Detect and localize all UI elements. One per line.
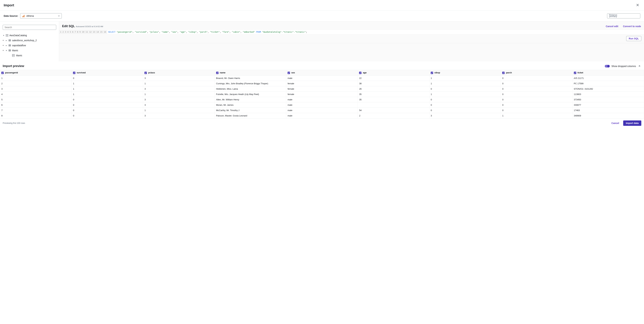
svg-rect-6: [6, 36, 7, 36]
table-cell: McCarthy, Mr. Timothy J: [214, 108, 286, 113]
column-checkbox[interactable]: [144, 72, 147, 74]
table-cell: 0: [501, 86, 572, 91]
column-checkbox[interactable]: [73, 72, 75, 74]
sql-editor[interactable]: 1 2 3 4 5 6 7 8 9 10 11 12 13 14 15 16 S…: [59, 30, 644, 34]
table-cell: Futrelle, Mrs. Jacques Heath (Lily May P…: [214, 91, 286, 97]
chevron-right-icon: ▸: [5, 44, 8, 47]
table-cell: 330877: [572, 102, 644, 108]
svg-rect-0: [22, 16, 23, 17]
tree-root[interactable]: ▾ AwsDataCatalog: [3, 33, 56, 38]
table-cell: 0: [72, 113, 143, 118]
table-row: 701McCarthy, Mr. Timothy Jmale540017463: [0, 108, 644, 113]
search-box[interactable]: [3, 25, 56, 30]
line-gutter: 1 2 3 4 5 6 7 8 9 10 11 12 13 14 15 16: [59, 30, 107, 34]
table-cell: STON/O2. 3101282: [572, 86, 644, 91]
search-input[interactable]: [4, 26, 54, 29]
column-header-pclass[interactable]: pclass: [143, 70, 214, 76]
column-label: parch: [506, 71, 512, 74]
toggle-label: Show dropped columns: [612, 65, 636, 67]
column-header-sibsp[interactable]: sibsp: [429, 70, 501, 76]
table-cell: 0: [501, 75, 572, 81]
table-row: 503Allen, Mr. William Henrymale350037345…: [0, 97, 644, 102]
column-checkbox[interactable]: [288, 72, 290, 74]
svg-rect-11: [8, 45, 11, 45]
tree-item-sapodataflow[interactable]: ▸sapodataflow: [5, 43, 56, 48]
import-data-button[interactable]: Import data: [623, 121, 641, 126]
svg-rect-10: [8, 41, 11, 41]
editor-header: Edit SQL Autosaved 3/23/23 at 9:14:52 AM…: [59, 21, 644, 30]
table-header-row: passengeridsurvivedpclassnamesexagesibsp…: [0, 70, 644, 76]
table-cell: male: [286, 97, 358, 102]
column-label: pclass: [148, 71, 155, 74]
column-label: survived: [77, 71, 86, 74]
table-cell: 0: [72, 108, 143, 113]
table-cell: 17463: [572, 108, 644, 113]
column-label: ticket: [578, 71, 583, 74]
main-area: ▾ AwsDataCatalog ▸salesforce_workshop_2▸…: [0, 21, 644, 61]
table-cell: male: [286, 75, 358, 81]
table-cell: 2: [0, 81, 72, 86]
cancel-button[interactable]: Cancel: [609, 121, 622, 126]
column-checkbox[interactable]: [502, 72, 504, 74]
table-cell: 0: [501, 91, 572, 97]
column-header-sex[interactable]: sex: [286, 70, 358, 76]
column-checkbox[interactable]: [359, 72, 362, 74]
table-cell: female: [286, 81, 358, 86]
chevron-down-icon: [58, 15, 60, 17]
tree-item-label: titanic: [12, 49, 18, 52]
preview-table: passengeridsurvivedpclassnamesexagesibsp…: [0, 70, 644, 118]
run-sql-button[interactable]: Run SQL: [626, 36, 641, 41]
column-header-parch[interactable]: parch: [501, 70, 572, 76]
footer: Previewing first 100 rows Cancel Import …: [0, 118, 644, 128]
run-row: Run SQL: [59, 34, 644, 43]
table-cell: 0: [501, 97, 572, 102]
workgroup-field[interactable]: Workgroup primary: [607, 13, 640, 18]
tree-leaf-titanic[interactable]: titanic: [5, 53, 56, 58]
show-dropped-toggle[interactable]: [605, 65, 610, 67]
table-icon: [12, 54, 15, 57]
svg-rect-15: [8, 50, 11, 51]
sql-code[interactable]: SELECT "passengerid", "survived", "pclas…: [107, 30, 644, 34]
page-header: Import: [0, 0, 644, 10]
tree-item-titanic[interactable]: ▾titanic: [5, 48, 56, 53]
table-cell: 3: [143, 113, 214, 118]
page-title: Import: [4, 3, 14, 7]
chevron-double-up-icon: [638, 65, 641, 67]
column-checkbox[interactable]: [431, 72, 433, 74]
column-header-passengerid[interactable]: passengerid: [0, 70, 72, 76]
column-header-age[interactable]: age: [358, 70, 429, 76]
table-cell: 3: [143, 86, 214, 91]
column-checkbox[interactable]: [1, 72, 4, 74]
table-cell: Palsson, Master. Gosta Leonard: [214, 113, 286, 118]
convert-to-node-button[interactable]: Convert to node: [623, 25, 641, 28]
table-cell: 0: [501, 102, 572, 108]
table-row: 211Cumings, Mrs. John Bradley (Florence …: [0, 81, 644, 86]
column-header-ticket[interactable]: ticket: [572, 70, 644, 76]
svg-rect-17: [12, 54, 14, 57]
svg-rect-9: [8, 40, 11, 40]
table-cell: 3: [143, 75, 214, 81]
close-button[interactable]: [635, 2, 640, 8]
preview-table-wrap[interactable]: passengeridsurvivedpclassnamesexagesibsp…: [0, 70, 644, 118]
svg-rect-16: [8, 51, 11, 51]
svg-rect-8: [8, 39, 11, 40]
column-label: sibsp: [434, 71, 440, 74]
cancel-edit-button[interactable]: Cancel edit: [606, 25, 618, 28]
table-cell: 0: [501, 108, 572, 113]
table-cell: 6: [0, 102, 72, 108]
table-cell: 54: [358, 108, 429, 113]
collapse-button[interactable]: [638, 64, 641, 68]
svg-rect-12: [8, 45, 11, 46]
table-cell: 22: [358, 75, 429, 81]
datasource-select[interactable]: Athena: [20, 13, 62, 18]
table-cell: 3: [143, 97, 214, 102]
table-cell: 35: [358, 91, 429, 97]
column-header-name[interactable]: name: [214, 70, 286, 76]
column-checkbox[interactable]: [574, 72, 576, 74]
column-checkbox[interactable]: [216, 72, 218, 74]
column-header-survived[interactable]: survived: [72, 70, 143, 76]
table-cell: 1: [72, 86, 143, 91]
table-cell: [358, 102, 429, 108]
tree-item-salesforce_workshop_2[interactable]: ▸salesforce_workshop_2: [5, 38, 56, 43]
table-cell: 1: [143, 81, 214, 86]
